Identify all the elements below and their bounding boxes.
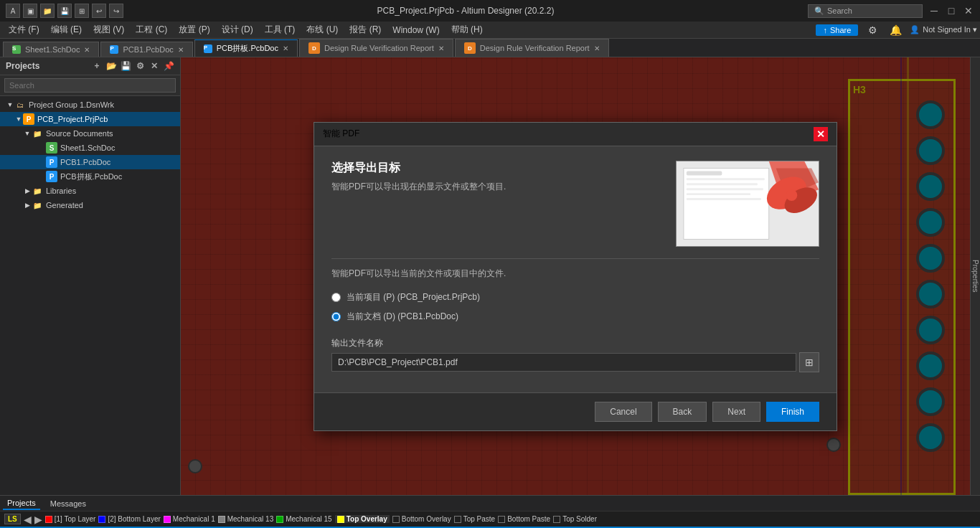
back-button[interactable]: Back [658, 402, 707, 422]
menu-place[interactable]: 放置 (P) [173, 22, 215, 37]
tree-item-source-docs[interactable]: ▼ 📁 Source Documents [0, 126, 180, 141]
layer-check-bottom-paste [498, 516, 505, 523]
layer-bottom[interactable]: [2] Bottom Layer [98, 515, 160, 523]
app-icon[interactable]: A [6, 4, 20, 18]
layer-label-top: [1] Top Layer [55, 515, 96, 523]
layer-top-paste[interactable]: Top Paste [454, 515, 495, 523]
layer-top-overlay[interactable]: Top Overlay [335, 515, 390, 523]
layer-nav-left[interactable]: ◀ [24, 514, 32, 525]
tree-item-project-group[interactable]: ▼ 🗂 Project Group 1.DsnWrk [0, 98, 180, 112]
bottom-tab-projects[interactable]: Projects [3, 497, 40, 510]
save-all-btn[interactable]: ⊞ [75, 4, 89, 18]
maximize-btn[interactable]: □ [946, 5, 957, 16]
tab-pcb-board[interactable]: P PCB拼板.PcbDoc ✕ [194, 39, 298, 57]
tree-item-sheet1[interactable]: S Sheet1.SchDoc [0, 141, 180, 155]
layer-mech15[interactable]: Mechanical 15 [276, 515, 331, 523]
right-properties-panel[interactable]: Properties [970, 57, 980, 495]
modal-close-icon[interactable]: ✕ [814, 127, 828, 141]
tab-drc2[interactable]: D Design Rule Verification Report ✕ [455, 39, 609, 57]
finish-button[interactable]: Finish [766, 402, 819, 422]
radio-project-label: 当前项目 (P) (PCB_Project.PrjPcb) [347, 291, 480, 303]
layer-color-top-overlay [337, 516, 344, 523]
folder-icon-group: 🗂 [14, 99, 26, 110]
layer-color-mech15 [276, 516, 283, 523]
sidebar-open-icon[interactable]: 📂 [105, 60, 117, 72]
tab-close-pcb1[interactable]: ✕ [178, 46, 184, 54]
radio-document-label: 当前文档 (D) (PCB1.PcbDoc) [347, 311, 458, 323]
tab-icon-sch: S [12, 45, 21, 54]
layer-bottom-overlay[interactable]: Bottom Overlay [392, 515, 451, 523]
tab-close-pcb-board[interactable]: ✕ [283, 44, 288, 52]
layer-mech13[interactable]: Mechanical 13 [218, 515, 273, 523]
tabbar: S Sheet1.SchDoc ✕ P PCB1.PcbDoc ✕ P PCB拼… [0, 39, 980, 57]
menu-view[interactable]: 视图 (V) [88, 22, 130, 37]
radio-item-project[interactable]: 当前项目 (P) (PCB_Project.PrjPcb) [331, 291, 819, 303]
next-button[interactable]: Next [712, 402, 760, 422]
menu-window[interactable]: Window (W) [387, 24, 445, 37]
tree-label-generated: Generated [46, 201, 83, 209]
tree-label-pcb1: PCB1.PcbDoc [60, 158, 110, 166]
settings-icon[interactable]: ⚙ [864, 22, 881, 39]
user-button[interactable]: 👤 Not Signed In ▾ [910, 25, 977, 34]
menu-project[interactable]: 工程 (C) [130, 22, 173, 37]
sidebar-close-icon[interactable]: ✕ [149, 60, 160, 72]
sidebar-pin-icon[interactable]: 📌 [163, 60, 174, 72]
tree-item-libraries[interactable]: ▶ 📁 Libraries [0, 184, 180, 198]
search-input[interactable] [4, 78, 176, 93]
layer-mech1[interactable]: Mechanical 1 [164, 515, 215, 523]
save-btn[interactable]: 💾 [57, 4, 72, 18]
tree-label-pcb-project: PCB_Project.PrjPcb [37, 115, 108, 123]
close-btn[interactable]: ✕ [963, 5, 974, 16]
layer-bottom-paste[interactable]: Bottom Paste [498, 515, 550, 523]
tab-close-drc1[interactable]: ✕ [438, 44, 444, 52]
menu-route[interactable]: 布线 (U) [301, 22, 344, 37]
layer-top[interactable]: [1] Top Layer [45, 515, 96, 523]
menu-help[interactable]: 帮助 (H) [446, 22, 489, 37]
open-btn[interactable]: 📁 [40, 4, 55, 18]
tab-close-drc2[interactable]: ✕ [594, 44, 600, 52]
bottom-tab-messages[interactable]: Messages [46, 498, 90, 509]
file-browse-button[interactable]: ⊞ [799, 352, 819, 372]
minimize-btn[interactable]: ─ [928, 5, 940, 16]
layer-check-top-paste [454, 516, 461, 523]
radio-document[interactable] [331, 312, 341, 321]
tab-sheet1[interactable]: S Sheet1.SchDoc ✕ [3, 42, 99, 57]
tree-item-generated[interactable]: ▶ 📁 Generated [0, 198, 180, 212]
file-path-input[interactable] [331, 353, 796, 372]
sidebar-save-icon[interactable]: 💾 [120, 60, 131, 72]
tree-item-pcb-project[interactable]: ▼ P PCB_Project.PrjPcb [0, 112, 180, 126]
menu-edit[interactable]: 编辑 (E) [45, 22, 88, 37]
new-btn[interactable]: ▣ [23, 4, 37, 18]
modal-close-button[interactable]: ✕ [814, 127, 828, 141]
share-button[interactable]: ↑ Share [816, 24, 858, 36]
notification-icon[interactable]: 🔔 [887, 22, 904, 39]
file-path-label: 输出文件名称 [331, 337, 819, 349]
ls-label[interactable]: LS [4, 514, 21, 524]
sidebar-title: Projects [6, 61, 39, 71]
redo-btn[interactable]: ↪ [109, 4, 123, 18]
sidebar-new-icon[interactable]: + [91, 60, 103, 72]
tab-drc1[interactable]: D Design Rule Verification Report ✕ [299, 39, 453, 57]
menu-design[interactable]: 设计 (D) [216, 22, 259, 37]
menu-tools[interactable]: 工具 (T) [259, 22, 301, 37]
layer-top-solder[interactable]: Top Solder [553, 515, 597, 523]
cancel-button[interactable]: Cancel [595, 402, 651, 422]
radio-project[interactable] [331, 293, 341, 302]
tab-pcb1[interactable]: P PCB1.PcbDoc ✕ [100, 42, 192, 57]
sidebar-settings-icon[interactable]: ⚙ [134, 60, 146, 72]
radio-item-document[interactable]: 当前文档 (D) (PCB1.PcbDoc) [331, 311, 819, 323]
menu-file[interactable]: 文件 (F) [3, 22, 45, 37]
menu-report[interactable]: 报告 (R) [344, 22, 387, 37]
modal-heading: 选择导出目标 [331, 161, 664, 176]
layer-nav-right[interactable]: ▶ [34, 514, 42, 525]
undo-btn[interactable]: ↩ [92, 4, 106, 18]
tab-label-sheet1: Sheet1.SchDoc [25, 45, 80, 54]
svg-rect-2 [687, 171, 722, 175]
tree-item-pcb1[interactable]: P PCB1.PcbDoc [0, 155, 180, 169]
menubar: 文件 (F) 编辑 (E) 视图 (V) 工程 (C) 放置 (P) 设计 (D… [0, 22, 980, 39]
tab-icon-drc1: D [308, 42, 320, 54]
tree-item-pcb-board[interactable]: P PCB拼板.PcbDoc [0, 169, 180, 184]
top-search-box[interactable]: 🔍 Search [808, 4, 923, 18]
tab-close-sheet1[interactable]: ✕ [84, 46, 90, 54]
modal-divider [331, 258, 819, 259]
